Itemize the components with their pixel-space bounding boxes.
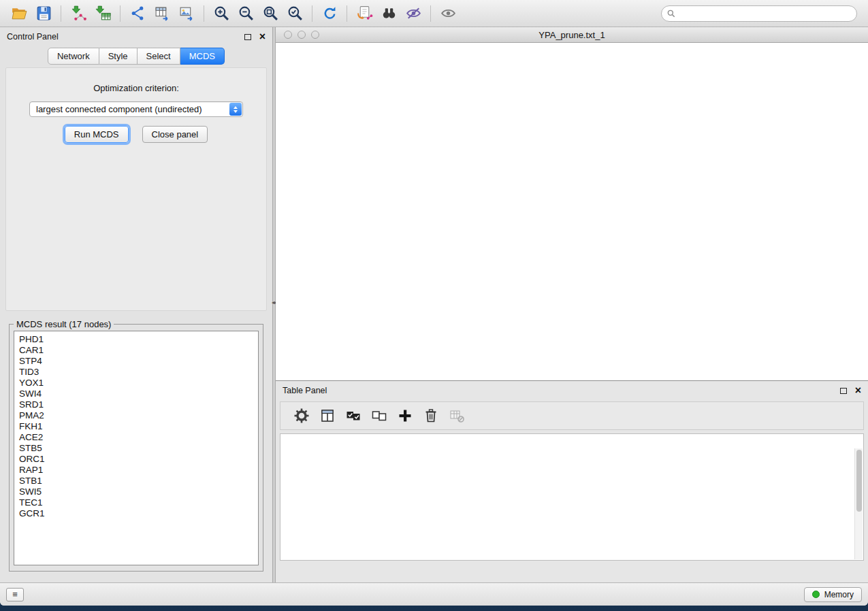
refresh-button[interactable] bbox=[317, 3, 342, 24]
table-toolbar bbox=[280, 401, 864, 430]
share-network-icon bbox=[129, 5, 146, 22]
delete-entry-button[interactable] bbox=[419, 405, 443, 427]
tab-mcds[interactable]: MCDS bbox=[180, 48, 225, 65]
table-scrollbar[interactable] bbox=[854, 448, 863, 559]
toolbar-separator bbox=[61, 5, 61, 22]
deselect-all-icon bbox=[371, 408, 387, 424]
control-panel-tabs: NetworkStyleSelectMCDS bbox=[0, 48, 272, 65]
zoom-out-button[interactable] bbox=[234, 3, 258, 24]
toolbar-separator bbox=[312, 5, 312, 22]
clone-network-button[interactable] bbox=[352, 3, 376, 24]
optimization-criterion-value: largest connected component (undirected) bbox=[36, 104, 202, 114]
application-window: Control Panel × NetworkStyleSelectMCDS O… bbox=[0, 0, 868, 606]
result-node-item[interactable]: STB5 bbox=[19, 443, 258, 454]
result-node-item[interactable]: SWI4 bbox=[19, 389, 258, 399]
show-columns-icon bbox=[319, 408, 336, 424]
control-panel: Control Panel × NetworkStyleSelectMCDS O… bbox=[0, 27, 272, 582]
main-area: Control Panel × NetworkStyleSelectMCDS O… bbox=[0, 27, 868, 582]
mcds-result-list[interactable]: PHD1CAR1STP4TID3YOX1SWI4SRD1PMA2FKH1ACE2… bbox=[14, 331, 259, 565]
table-panel: Table Panel × bbox=[276, 381, 868, 582]
float-panel-icon[interactable] bbox=[244, 34, 251, 40]
delete-entry-icon bbox=[423, 408, 439, 424]
result-node-item[interactable]: TEC1 bbox=[19, 497, 258, 508]
network-window-titlebar[interactable]: YPA_prune.txt_1 bbox=[276, 27, 868, 43]
tab-style[interactable]: Style bbox=[99, 48, 138, 65]
result-node-item[interactable]: RAP1 bbox=[19, 465, 258, 476]
result-node-item[interactable]: YOX1 bbox=[19, 378, 258, 389]
open-file-button[interactable] bbox=[7, 3, 31, 24]
add-entry-icon bbox=[397, 408, 413, 424]
close-panel-icon[interactable]: × bbox=[259, 31, 266, 42]
memory-status-icon bbox=[812, 591, 820, 598]
main-toolbar bbox=[0, 0, 868, 27]
result-node-item[interactable]: ACE2 bbox=[19, 432, 258, 443]
import-table-button[interactable] bbox=[91, 3, 115, 24]
network-canvas[interactable] bbox=[276, 43, 868, 380]
zoom-fit-icon bbox=[262, 5, 279, 22]
clone-network-icon bbox=[356, 5, 373, 22]
window-controls bbox=[276, 31, 319, 39]
mcds-result-title: MCDS result (17 nodes) bbox=[14, 319, 114, 329]
settings-icon bbox=[293, 408, 310, 424]
result-node-item[interactable]: SWI5 bbox=[19, 486, 258, 497]
import-network-button[interactable] bbox=[66, 3, 91, 24]
list-icon: ≡ bbox=[12, 589, 18, 599]
add-entry-button[interactable] bbox=[393, 405, 417, 427]
result-node-item[interactable]: PMA2 bbox=[19, 410, 258, 421]
result-node-item[interactable]: STP4 bbox=[19, 356, 258, 367]
mcds-tab-content: Optimization criterion: largest connecte… bbox=[5, 67, 267, 311]
result-node-item[interactable]: PHD1 bbox=[19, 334, 258, 345]
control-panel-title: Control Panel bbox=[7, 32, 59, 42]
memory-label: Memory bbox=[824, 590, 854, 599]
show-columns-button[interactable] bbox=[316, 405, 339, 427]
delete-table-button bbox=[445, 405, 468, 427]
minimize-window-icon[interactable] bbox=[298, 31, 306, 39]
search-field bbox=[661, 5, 857, 22]
tab-select[interactable]: Select bbox=[138, 48, 180, 65]
mcds-result-group: MCDS result (17 nodes) PHD1CAR1STP4TID3Y… bbox=[9, 319, 263, 572]
maximize-window-icon[interactable] bbox=[311, 31, 319, 39]
close-table-panel-icon[interactable]: × bbox=[855, 385, 861, 396]
tab-network[interactable]: Network bbox=[48, 48, 99, 65]
run-mcds-button[interactable]: Run MCDS bbox=[65, 126, 129, 143]
memory-button[interactable]: Memory bbox=[804, 587, 862, 602]
result-node-item[interactable]: FKH1 bbox=[19, 421, 258, 432]
hide-annotations-icon bbox=[405, 5, 422, 22]
toolbar-separator bbox=[120, 5, 120, 22]
result-node-item[interactable]: SRD1 bbox=[19, 399, 258, 410]
show-panels-button[interactable]: ≡ bbox=[6, 588, 24, 601]
float-table-panel-icon[interactable] bbox=[840, 388, 847, 394]
search-input[interactable] bbox=[661, 5, 857, 22]
optimization-criterion-label: Optimization criterion: bbox=[6, 83, 266, 93]
zoom-fit-button[interactable] bbox=[258, 3, 283, 24]
result-node-item[interactable]: GCR1 bbox=[19, 508, 258, 519]
search-all-icon bbox=[381, 5, 398, 22]
export-table-icon bbox=[154, 5, 171, 22]
export-table-button[interactable] bbox=[150, 3, 174, 24]
scrollbar-thumb[interactable] bbox=[856, 450, 862, 512]
delete-table-icon bbox=[449, 408, 465, 424]
save-session-icon bbox=[35, 5, 52, 22]
result-node-item[interactable]: ORC1 bbox=[19, 454, 258, 465]
optimization-criterion-select[interactable]: largest connected component (undirected) bbox=[29, 101, 243, 117]
select-all-button[interactable] bbox=[342, 405, 365, 427]
result-node-item[interactable]: CAR1 bbox=[19, 345, 258, 356]
zoom-selected-button[interactable] bbox=[283, 3, 307, 24]
result-node-item[interactable]: TID3 bbox=[19, 367, 258, 378]
settings-button[interactable] bbox=[290, 405, 313, 427]
select-stepper-icon bbox=[229, 103, 242, 116]
result-node-item[interactable]: STB1 bbox=[19, 476, 258, 486]
export-image-button[interactable] bbox=[174, 3, 199, 24]
hide-annotations-button[interactable] bbox=[401, 3, 425, 24]
search-all-button[interactable] bbox=[376, 3, 401, 24]
save-session-button[interactable] bbox=[31, 3, 56, 24]
zoom-in-button[interactable] bbox=[209, 3, 234, 24]
close-window-icon[interactable] bbox=[284, 31, 292, 39]
deselect-all-button[interactable] bbox=[368, 405, 391, 427]
status-bar: ≡ Memory bbox=[0, 582, 868, 606]
share-network-button[interactable] bbox=[125, 3, 150, 24]
show-eye-button[interactable] bbox=[436, 3, 460, 24]
import-network-icon bbox=[70, 5, 87, 22]
close-panel-button[interactable]: Close panel bbox=[142, 126, 208, 143]
import-table-icon bbox=[95, 5, 112, 22]
